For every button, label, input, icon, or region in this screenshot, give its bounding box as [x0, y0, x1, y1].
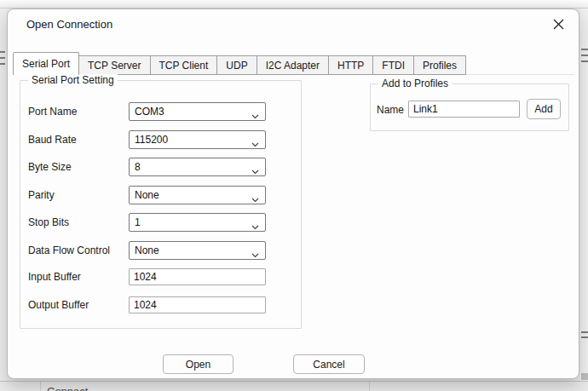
- profile-name-label: Name: [377, 101, 404, 118]
- parity-label: Parity: [28, 186, 55, 204]
- stop-bits-value: 1: [135, 216, 141, 228]
- port-name-value: COM3: [135, 106, 164, 118]
- byte-size-label: Byte Size: [28, 158, 72, 176]
- byte-size-value: 8: [135, 161, 141, 173]
- stop-bits-label: Stop Bits: [28, 213, 69, 232]
- add-to-profiles-group-title: Add to Profiles: [378, 78, 452, 89]
- tab-profiles[interactable]: Profiles: [414, 55, 466, 75]
- baud-rate-label: Baud Rate: [28, 130, 77, 149]
- chevron-down-icon: [251, 138, 259, 150]
- add-button[interactable]: Add: [527, 99, 561, 119]
- chevron-down-icon: [251, 110, 259, 122]
- data-flow-control-dropdown[interactable]: None: [129, 241, 266, 260]
- baud-rate-value: 115200: [135, 134, 168, 146]
- parity-dropdown[interactable]: None: [129, 186, 266, 204]
- tab-ftdi[interactable]: FTDI: [373, 55, 414, 75]
- parity-value: None: [135, 189, 159, 201]
- open-connection-dialog: Open Connection Serial Port TCP Server T…: [7, 9, 579, 379]
- dialog-titlebar: Open Connection: [8, 9, 579, 42]
- dialog-title: Open Connection: [26, 18, 112, 31]
- data-flow-control-value: None: [135, 244, 159, 256]
- stop-bits-dropdown[interactable]: 1: [129, 213, 266, 232]
- data-flow-control-label: Data Flow Control: [28, 241, 110, 260]
- background-window-bottom-edge: Connect: [0, 381, 588, 391]
- chevron-down-icon: [251, 165, 259, 177]
- tab-serial-port[interactable]: Serial Port: [13, 52, 79, 75]
- port-name-dropdown[interactable]: COM3: [129, 102, 266, 121]
- background-window-right-edge: [580, 9, 588, 391]
- close-button[interactable]: [543, 13, 574, 38]
- background-partial-label: Connect: [47, 385, 88, 391]
- output-buffer-field[interactable]: [129, 296, 266, 313]
- background-window-top-edge: [0, 0, 588, 9]
- chevron-down-icon: [251, 221, 259, 233]
- tab-i2c-adapter[interactable]: I2C Adapter: [257, 55, 329, 75]
- chevron-down-icon: [251, 249, 259, 261]
- serial-port-setting-group-title: Serial Port Setting: [28, 74, 118, 86]
- background-window-left-edge: [0, 9, 7, 391]
- tabstrip: Serial Port TCP Server TCP Client UDP I2…: [13, 52, 466, 75]
- screen: Connect Open Connection Serial Port TCP …: [0, 0, 588, 391]
- profile-name-field[interactable]: [408, 101, 520, 118]
- input-buffer-label: Input Buffer: [28, 267, 81, 286]
- cancel-button[interactable]: Cancel: [293, 354, 365, 374]
- tab-http[interactable]: HTTP: [329, 55, 373, 75]
- open-button[interactable]: Open: [163, 354, 233, 374]
- output-buffer-label: Output Buffer: [28, 296, 89, 314]
- port-name-label: Port Name: [28, 102, 77, 121]
- baud-rate-dropdown[interactable]: 115200: [129, 130, 266, 149]
- tab-udp[interactable]: UDP: [217, 55, 257, 75]
- chevron-down-icon: [251, 193, 259, 205]
- x-close-icon: [553, 19, 564, 32]
- input-buffer-field[interactable]: [129, 268, 266, 285]
- byte-size-dropdown[interactable]: 8: [129, 158, 266, 176]
- tab-tcp-client[interactable]: TCP Client: [151, 55, 218, 75]
- tab-tcp-server[interactable]: TCP Server: [79, 55, 150, 75]
